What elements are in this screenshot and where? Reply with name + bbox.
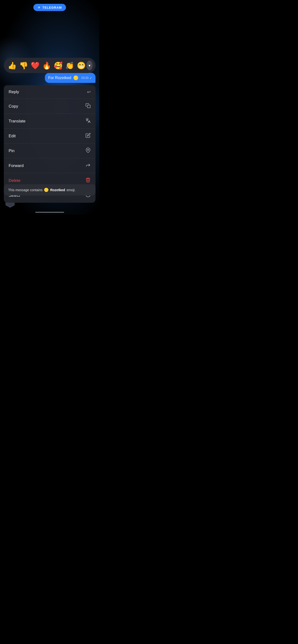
telegram-icon: ✈ — [38, 6, 41, 9]
menu-item-delete-label: Delete — [9, 178, 20, 183]
reaction-emojis: 👍 👎 ❤️ 🔥 🥰 👏 😁 — [7, 60, 86, 71]
svg-rect-0 — [87, 105, 90, 108]
telegram-label: TELEGRAM — [43, 6, 62, 9]
menu-item-translate[interactable]: Translate — [4, 114, 95, 129]
info-text-before: This message contains — [8, 188, 43, 192]
forward-icon — [85, 162, 91, 169]
menu-item-pin[interactable]: Pin — [4, 144, 95, 158]
menu-item-translate-label: Translate — [9, 119, 26, 124]
main-area: 👍 👎 ❤️ 🔥 🥰 👏 😁 ▾ For Rozetked 🟡 03:20 ✓ — [0, 11, 99, 215]
menu-item-edit-label: Edit — [9, 134, 16, 138]
info-text-bold: Rozetked — [50, 188, 65, 192]
bubble-time: 03:20 — [81, 76, 89, 80]
menu-item-copy[interactable]: Copy — [4, 99, 95, 114]
translate-icon — [85, 118, 91, 124]
reaction-thumbsdown[interactable]: 👎 — [18, 60, 29, 71]
menu-item-copy-label: Copy — [9, 104, 18, 109]
message-bubble: For Rozetked 🟡 03:20 ✓ — [45, 73, 95, 83]
message-bubble-wrap: For Rozetked 🟡 03:20 ✓ — [45, 73, 95, 83]
info-emoji: 🟡 — [44, 188, 49, 192]
delete-icon — [85, 177, 91, 184]
reaction-bar: 👍 👎 ❤️ 🔥 🥰 👏 😁 ▾ — [4, 58, 95, 73]
menu-item-forward[interactable]: Forward — [4, 158, 95, 173]
bubble-emoji: 🟡 — [73, 75, 78, 80]
copy-icon — [85, 103, 91, 110]
menu-item-reply-label: Reply — [9, 90, 19, 94]
menu-item-forward-label: Forward — [9, 164, 24, 168]
pin-icon — [85, 148, 91, 154]
info-text-after: emoji. — [66, 188, 75, 192]
reaction-fire[interactable]: 🔥 — [41, 60, 52, 71]
telegram-badge[interactable]: ✈ TELEGRAM — [33, 4, 66, 11]
chevron-down-icon: ▾ — [89, 63, 90, 68]
bubble-text: For Rozetked — [48, 76, 71, 80]
menu-item-pin-label: Pin — [9, 148, 15, 153]
edit-icon — [85, 133, 91, 139]
menu-item-reply[interactable]: Reply ↩ — [4, 85, 95, 99]
reaction-grin[interactable]: 😁 — [76, 60, 86, 71]
main-container: ✈ TELEGRAM 👍 👎 ❤️ 🔥 🥰 👏 😁 ▾ For Rozetked — [0, 0, 99, 215]
menu-item-edit[interactable]: Edit — [4, 129, 95, 144]
reaction-hearts-eyes[interactable]: 🥰 — [53, 60, 63, 71]
info-box: This message contains 🟡 Rozetked emoji. — [4, 184, 95, 196]
reaction-clap[interactable]: 👏 — [64, 60, 75, 71]
reaction-more-button[interactable]: ▾ — [86, 60, 93, 70]
reply-icon: ↩ — [87, 89, 91, 95]
svg-point-1 — [87, 149, 89, 150]
bubble-check-icon: ✓ — [89, 76, 92, 80]
reaction-heart[interactable]: ❤️ — [30, 60, 40, 71]
bubble-meta: 03:20 ✓ — [81, 76, 92, 80]
home-indicator — [35, 212, 64, 213]
reaction-thumbsup[interactable]: 👍 — [7, 60, 17, 71]
